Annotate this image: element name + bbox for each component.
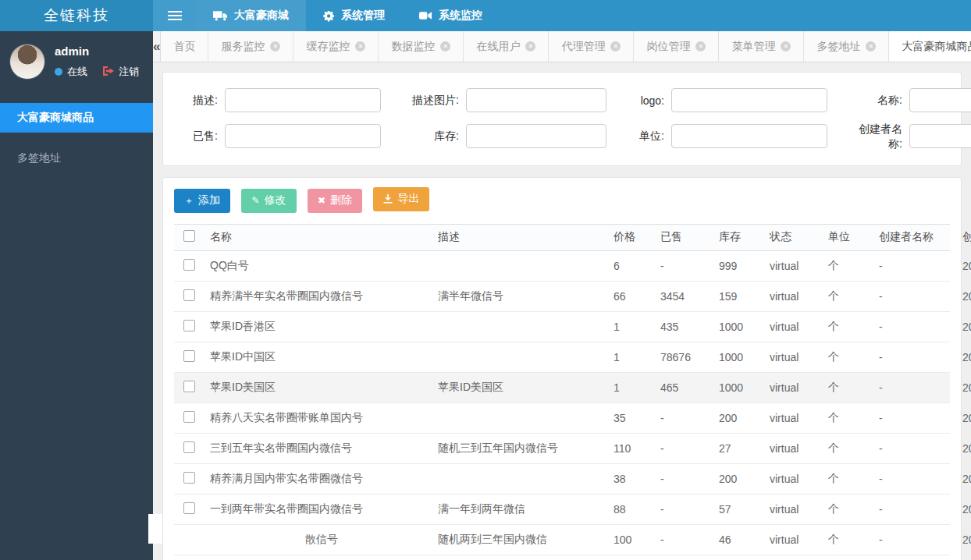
table-row[interactable]: 精养满半年实名带圈国内微信号 满半年微信号 66 3454 159 virtua… <box>174 282 950 312</box>
tab[interactable]: 岗位管理 ✕ <box>634 31 719 62</box>
sold-input[interactable] <box>225 124 381 148</box>
cell-unit: 个 <box>828 441 879 455</box>
cell-status: virtual <box>770 442 828 455</box>
column-header-price[interactable]: 价格 <box>614 230 660 244</box>
avatar[interactable] <box>9 44 45 80</box>
username: admin <box>55 44 139 58</box>
tab[interactable]: 缓存监控 ✕ <box>293 31 379 62</box>
column-header-status[interactable]: 状态 <box>770 230 828 244</box>
tab-close-icon[interactable]: ✕ <box>525 41 535 51</box>
nav-item-system-management[interactable]: 系统管理 <box>306 0 402 31</box>
table-row[interactable]: 苹果ID香港区 1 435 1000 virtual 个 - 20 <box>174 312 950 342</box>
tab-close-icon[interactable]: ✕ <box>355 41 365 51</box>
top-navigation: 大富豪商城 系统管理 系统监控 <box>196 0 500 31</box>
table-row[interactable]: 苹果ID中国区 1 78676 1000 virtual 个 - 20 <box>174 342 950 373</box>
cell-created: 20 <box>962 412 971 424</box>
tab[interactable]: 数据监控 ✕ <box>379 31 464 62</box>
desc-image-input[interactable] <box>466 88 606 112</box>
tab[interactable]: 服务监控 ✕ <box>208 31 293 62</box>
cell-price: 1 <box>614 321 660 333</box>
row-checkbox[interactable] <box>183 289 195 301</box>
tab[interactable]: 代理管理 ✕ <box>549 31 634 62</box>
creator-name-label: 创建者名称: <box>852 122 902 151</box>
tab[interactable]: 首页 ✕ <box>161 31 208 62</box>
cell-name: 精养八天实名带圈带账单国内号 <box>210 411 438 425</box>
cell-unit: 个 <box>828 320 879 334</box>
cell-sold: - <box>660 412 719 424</box>
row-checkbox[interactable] <box>183 441 195 453</box>
cell-creator: - <box>879 412 962 424</box>
tab[interactable]: 大富豪商城商品 ✕ <box>889 31 971 62</box>
sidebar-menu-item[interactable]: 大富豪商城商品 <box>0 103 153 133</box>
column-header-creator[interactable]: 创建者名称 <box>879 230 962 244</box>
tab[interactable]: 菜单管理 ✕ <box>719 31 804 62</box>
tab-close-icon[interactable]: ✕ <box>610 41 621 51</box>
desc-input[interactable] <box>225 88 381 112</box>
tab-close-icon[interactable]: ✕ <box>695 41 706 51</box>
sidebar: admin 在线 注销 大富豪商城商品 多签地址 <box>0 31 153 560</box>
cell-creator: - <box>879 381 962 394</box>
export-button[interactable]: 导出 <box>373 187 429 211</box>
tab-close-icon[interactable]: ✕ <box>866 41 876 51</box>
table-row[interactable]: 苹果ID美国区 苹果ID美国区 1 465 1000 virtual 个 - 2… <box>174 373 950 403</box>
creator-name-input[interactable] <box>909 124 971 148</box>
name-label: 名称: <box>852 93 902 108</box>
video-camera-icon <box>419 11 432 20</box>
cell-unit: 个 <box>828 411 879 425</box>
row-checkbox[interactable] <box>183 320 195 331</box>
tab-close-icon[interactable]: ✕ <box>270 41 280 51</box>
cell-created: 20 <box>962 381 971 394</box>
cell-unit: 个 <box>828 381 879 395</box>
tab[interactable]: 在线用户 ✕ <box>464 31 549 62</box>
tab-close-icon[interactable]: ✕ <box>781 41 791 51</box>
table-row[interactable]: 精养满月国内带实名带圈微信号 38 - 200 virtual 个 - 20 <box>174 464 950 494</box>
cell-price: 38 <box>614 473 660 485</box>
table-row[interactable]: 三到五年实名带圈国内微信号 随机三到五年国内微信号 110 - 27 virtu… <box>174 434 950 464</box>
column-header-stock[interactable]: 库存 <box>719 230 770 244</box>
unit-input[interactable] <box>671 124 827 148</box>
tab-close-icon[interactable]: ✕ <box>440 41 450 51</box>
stock-input[interactable] <box>466 124 606 148</box>
select-all-checkbox[interactable] <box>183 230 195 242</box>
table-row[interactable]: 散信号 随机两到三年国内微信 100 - 46 virtual 个 - 20 <box>174 525 950 555</box>
delete-button[interactable]: ✖删除 <box>308 189 362 213</box>
cell-stock: 27 <box>719 442 770 455</box>
cell-created: 20 <box>962 533 971 546</box>
nav-item-system-monitor[interactable]: 系统监控 <box>402 0 500 31</box>
row-checkbox[interactable] <box>183 502 195 514</box>
row-checkbox[interactable] <box>183 350 195 362</box>
sidebar-menu-item[interactable]: 多签地址 <box>0 144 153 173</box>
table-row[interactable]: 一到两年带实名带圈国内微信号 满一年到两年微信 88 - 57 virtual … <box>174 494 950 525</box>
brand-logo[interactable]: 全链科技 <box>0 0 153 31</box>
row-checkbox[interactable] <box>183 381 195 392</box>
row-checkbox[interactable] <box>183 259 195 271</box>
cell-stock: 200 <box>719 473 770 485</box>
tab[interactable]: 多签地址 ✕ <box>804 31 889 62</box>
online-status-icon <box>55 68 62 76</box>
table-row[interactable]: 精养八天实名带圈带账单国内号 35 - 200 virtual 个 - 20 <box>174 403 950 434</box>
row-checkbox[interactable] <box>183 411 195 423</box>
add-button[interactable]: ＋添加 <box>174 189 230 213</box>
main-area: « 首页 ✕ 服务监控 ✕ 缓存监控 ✕ 数据监 <box>153 31 971 560</box>
column-header-sold[interactable]: 已售 <box>660 230 719 244</box>
column-header-desc[interactable]: 描述 <box>438 230 614 244</box>
column-header-unit[interactable]: 单位 <box>828 230 879 244</box>
column-header-created[interactable]: 创 <box>962 230 971 244</box>
cell-price: 1 <box>614 351 660 363</box>
name-input[interactable] <box>909 88 971 112</box>
tab-label: 大富豪商城商品 <box>902 40 971 54</box>
cell-creator: - <box>879 321 962 333</box>
edit-button[interactable]: ✎修改 <box>241 189 296 213</box>
cell-price: 88 <box>614 503 660 516</box>
column-header-name[interactable]: 名称 <box>210 230 438 244</box>
sidebar-toggle-button[interactable] <box>153 0 196 31</box>
logout-link[interactable]: 注销 <box>119 65 139 79</box>
row-checkbox[interactable] <box>183 472 195 484</box>
nav-item-mall[interactable]: 大富豪商城 <box>196 0 306 31</box>
cell-sold: - <box>660 260 719 272</box>
tabs-collapse-button[interactable]: « <box>153 31 161 62</box>
logo-input[interactable] <box>671 88 827 112</box>
table-row[interactable]: QQ白号 6 - 999 virtual 个 - 20 <box>174 251 950 282</box>
cell-unit: 个 <box>828 533 879 547</box>
cell-sold: - <box>660 533 719 546</box>
